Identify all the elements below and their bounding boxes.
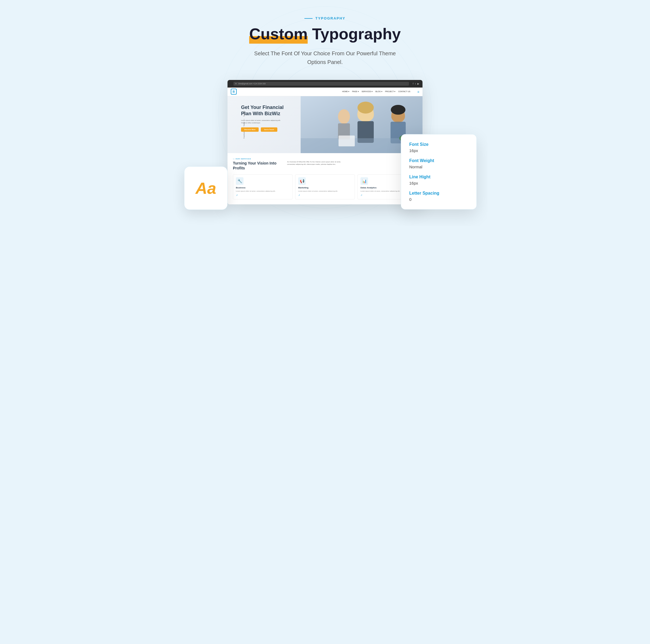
services-label: — OUR SERVICES <box>233 158 417 160</box>
nav-contact[interactable]: CONTACT US <box>398 91 410 93</box>
section-label-text: TYPOGRAPHY <box>315 16 345 20</box>
service-arrow-business[interactable]: ↗ <box>236 194 290 197</box>
social-tw: t <box>415 82 416 85</box>
nav-project[interactable]: PROJECT ▾ <box>385 91 396 93</box>
service-text-marketing: Lorem ipsum dolor sit amet, consectetur … <box>298 190 352 193</box>
nav-blog[interactable]: BLOG ▾ <box>375 91 382 93</box>
letter-spacing-value: 0 <box>409 197 468 202</box>
services-desc-text: An Overview Of What We Offer To Our Clie… <box>287 161 347 170</box>
services-section: — OUR SERVICES Turning Your Vision Into … <box>227 153 423 204</box>
font-size-label: Font Size <box>409 142 468 147</box>
service-name-marketing: Marketing <box>298 187 352 189</box>
nav-logo: B <box>231 89 237 95</box>
service-arrow-marketing[interactable]: ↗ <box>298 194 352 197</box>
service-icon-marketing: 📢 <box>298 177 306 185</box>
browser-topbar: ✉ blrw@gmail.com +114 2234 333 f t ▶ <box>227 80 423 88</box>
address-icon: ✉ <box>235 83 237 85</box>
services-main-title: Turning Your Vision Into Profits <box>233 161 282 170</box>
services-subtitle: Turning Your Vision Into Profits An Over… <box>233 161 417 170</box>
nav-links: HOME ▾ PAGE ▾ SERVICES ▾ BLOG ▾ PROJECT … <box>342 91 410 93</box>
subtitle: Select The Font Of Your Choice From Our … <box>249 49 401 66</box>
social-label-fb: Facebook <box>243 131 245 138</box>
font-weight-row: Font Weight Normal <box>409 158 468 169</box>
line-height-row: Line Hight 16px <box>409 175 468 185</box>
nav-menu-icon: ≡ <box>418 89 419 94</box>
font-info-card: Font Size 16px Font Weight Normal Line H… <box>401 134 477 209</box>
svg-point-11 <box>391 105 405 115</box>
svg-point-8 <box>358 102 374 113</box>
browser-addressbar: ✉ blrw@gmail.com +114 2234 333 <box>233 82 409 86</box>
hero-title: Get Your Financial Plan With BizWiz <box>241 104 290 117</box>
nav-home[interactable]: HOME ▾ <box>342 91 349 93</box>
browser-mockup: ✉ blrw@gmail.com +114 2234 333 f t ▶ B H… <box>227 80 423 204</box>
content-area: Aa ✉ blrw@gmail.com +114 2234 333 f t ▶ <box>173 80 477 204</box>
letter-spacing-label: Letter Spacing <box>409 191 468 196</box>
svg-rect-16 <box>338 136 355 146</box>
service-card-business: 🔧 Business Lorem ipsum dolor sit amet, c… <box>233 174 292 200</box>
font-size-row: Font Size 16px <box>409 142 468 153</box>
aa-text: Aa <box>195 179 216 198</box>
font-size-value: 16px <box>409 148 468 153</box>
header-section: TYPOGRAPHY Custom Typography Select The … <box>173 16 477 66</box>
font-weight-value: Normal <box>409 165 468 169</box>
nav-page[interactable]: PAGE ▾ <box>352 91 359 93</box>
title-word1: Custom <box>249 25 308 44</box>
hero-content: Get Your Financial Plan With BizWiz Lore… <box>241 104 290 132</box>
nav-services[interactable]: SERVICES ▾ <box>362 91 373 93</box>
title-word2: Typography <box>312 25 401 42</box>
service-icon-analytics: 📊 <box>360 177 368 185</box>
line-height-value: 16px <box>409 181 468 185</box>
service-text-business: Lorem ipsum dolor sit amet, consectetur … <box>236 190 290 193</box>
svg-point-13 <box>338 109 350 124</box>
service-icon-business: 🔧 <box>236 177 244 185</box>
hero-btn-discover[interactable]: Discover More <box>241 127 259 132</box>
social-fb: f <box>413 82 413 85</box>
browser-nav: B HOME ▾ PAGE ▾ SERVICES ▾ BLOG ▾ PROJEC… <box>227 88 423 96</box>
social-yt: ▶ <box>418 82 419 85</box>
hero-section: Facebook • Twitter • Youtube Get Your Fi… <box>227 96 423 153</box>
service-card-marketing: 📢 Marketing Lorem ipsum dolor sit amet, … <box>295 174 355 200</box>
aa-card: Aa <box>184 166 227 210</box>
hero-buttons: Discover More Get In Touch <box>241 127 290 132</box>
logo-letter: B <box>232 90 235 93</box>
letter-spacing-row: Letter Spacing 0 <box>409 191 468 202</box>
font-weight-label: Font Weight <box>409 158 468 163</box>
line-height-label: Line Hight <box>409 175 468 179</box>
hero-desc: Lorem ipsum dolor sit amet, consectetur … <box>241 119 287 124</box>
address-text: blrw@gmail.com +114 2234 333 <box>238 83 266 84</box>
page-wrapper: TYPOGRAPHY Custom Typography Select The … <box>162 0 488 226</box>
section-label-line <box>304 18 313 19</box>
section-label: TYPOGRAPHY <box>173 16 477 20</box>
services-cards: 🔧 Business Lorem ipsum dolor sit amet, c… <box>233 174 417 200</box>
main-title: Custom Typography <box>173 25 477 42</box>
service-name-business: Business <box>236 187 290 189</box>
hero-btn-contact[interactable]: Get In Touch <box>261 127 277 132</box>
